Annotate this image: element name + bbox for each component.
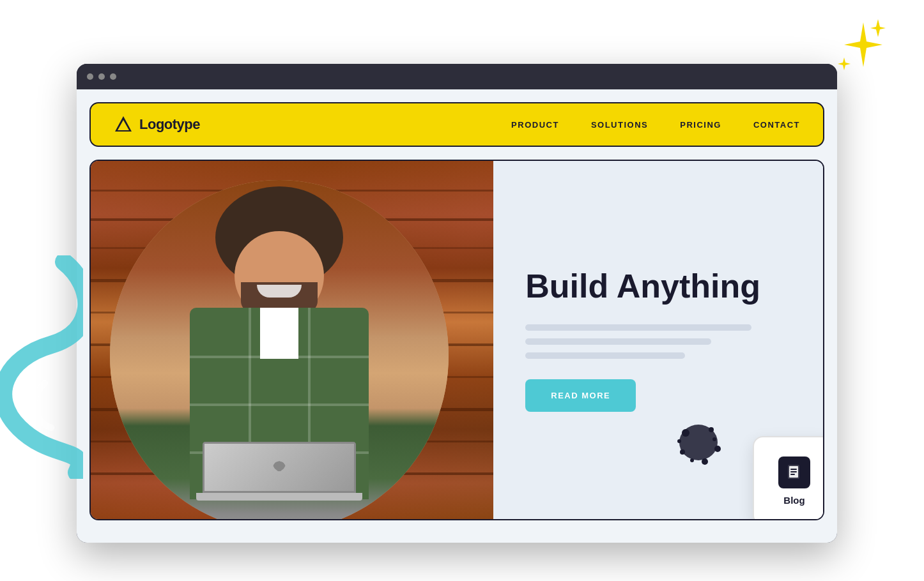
small-star-icon-1 xyxy=(870,19,886,37)
browser-content: Logotype PRODUCT SOLUTIONS PRICING CONTA… xyxy=(77,89,837,543)
hero-subtitle-line-1 xyxy=(525,324,751,331)
browser-dot-2 xyxy=(98,73,105,80)
nav-contact[interactable]: CONTACT xyxy=(753,120,800,130)
nav-pricing[interactable]: PRICING xyxy=(680,120,721,130)
svg-point-4 xyxy=(680,449,685,455)
hero-subtitle-line-2 xyxy=(525,338,711,345)
svg-point-7 xyxy=(712,437,716,441)
nav-product[interactable]: PRODUCT xyxy=(511,120,559,130)
laptop-screen xyxy=(203,442,356,493)
browser-dot-1 xyxy=(87,73,93,80)
browser-window: Logotype PRODUCT SOLUTIONS PRICING CONTA… xyxy=(77,64,837,543)
person-smile xyxy=(257,285,302,298)
blog-icon xyxy=(778,456,810,488)
svg-rect-12 xyxy=(790,471,797,472)
small-star-icon-2 xyxy=(838,57,851,70)
blue-swirl-decoration xyxy=(0,255,83,479)
svg-point-3 xyxy=(714,446,721,452)
person-face xyxy=(235,231,324,321)
person-undershirt xyxy=(260,308,298,359)
laptop-base xyxy=(196,493,362,501)
browser-topbar xyxy=(77,64,837,89)
laptop xyxy=(183,442,375,518)
nav-links: PRODUCT SOLUTIONS PRICING CONTACT xyxy=(511,120,800,130)
person-oval xyxy=(110,180,449,519)
blog-card[interactable]: Blog xyxy=(753,436,824,520)
navbar: Logotype PRODUCT SOLUTIONS PRICING CONTA… xyxy=(89,102,824,147)
svg-rect-11 xyxy=(790,469,797,470)
svg-point-8 xyxy=(677,439,681,443)
svg-point-5 xyxy=(702,458,708,465)
hero-title: Build Anything xyxy=(525,268,791,305)
svg-point-1 xyxy=(682,429,689,437)
blog-card-label: Blog xyxy=(783,495,805,506)
splatter-decoration xyxy=(673,417,724,468)
hero-section: Build Anything READ MORE xyxy=(89,160,824,520)
logo-text: Logotype xyxy=(139,116,200,133)
svg-point-2 xyxy=(709,427,714,432)
hero-subtitle-line-3 xyxy=(525,352,684,359)
hero-image-area xyxy=(91,161,493,519)
browser-dot-3 xyxy=(110,73,116,80)
read-more-button[interactable]: READ MORE xyxy=(525,379,636,412)
svg-rect-13 xyxy=(790,474,795,475)
nav-solutions[interactable]: SOLUTIONS xyxy=(591,120,648,130)
svg-point-6 xyxy=(690,458,694,462)
logo-area: Logotype xyxy=(114,115,200,134)
logo-icon xyxy=(114,115,133,134)
decorative-stars xyxy=(809,19,886,89)
